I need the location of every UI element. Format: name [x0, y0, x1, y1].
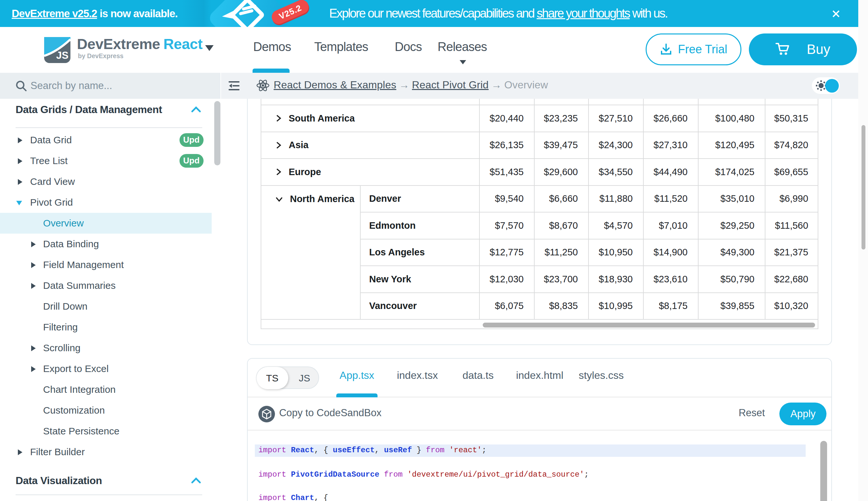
svg-text:JS: JS	[56, 50, 68, 61]
